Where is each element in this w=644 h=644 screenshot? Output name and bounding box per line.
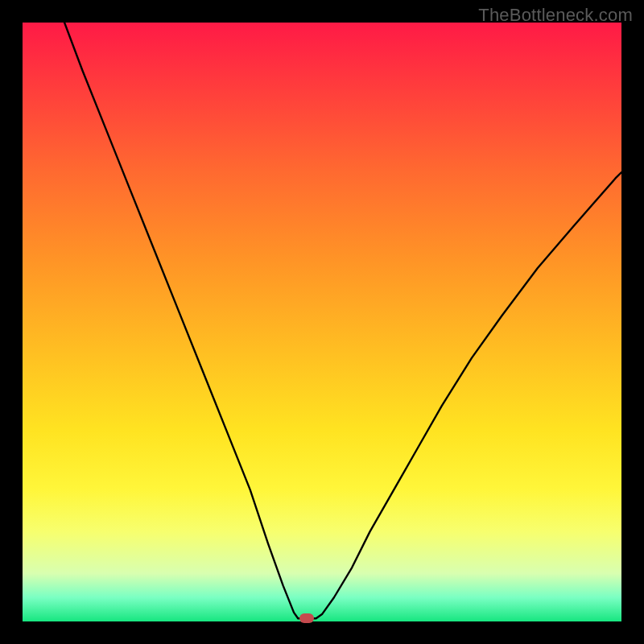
plot-area [23,23,621,621]
chart-frame: TheBottleneck.com [0,0,644,644]
optimal-point-marker [299,613,314,623]
watermark-text: TheBottleneck.com [478,5,633,26]
bottleneck-curve [23,23,621,621]
